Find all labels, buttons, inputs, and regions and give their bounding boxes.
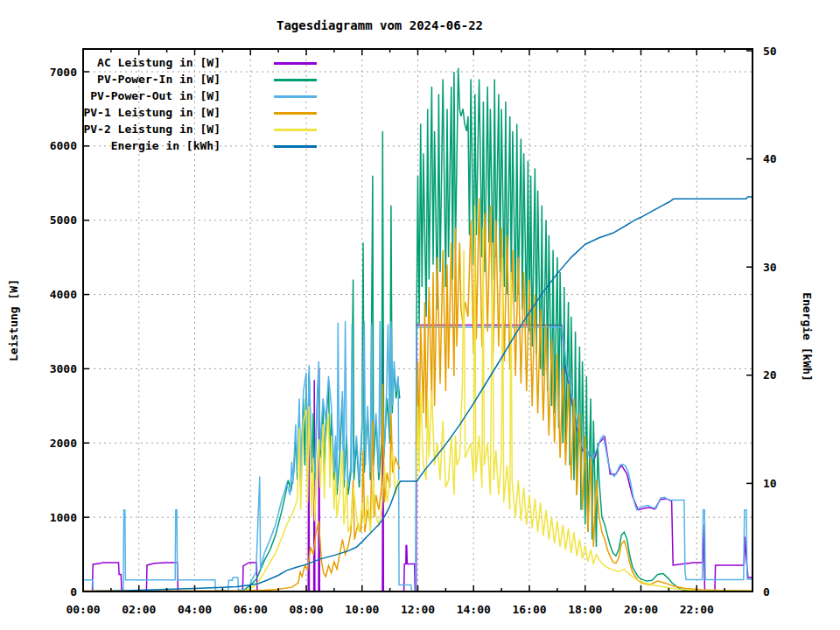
y2-tick-label: 30 (763, 261, 777, 274)
y1-tick-label: 0 (70, 585, 77, 598)
y2-tick-label: 0 (763, 585, 770, 598)
legend: AC Leistung in [W] PV-Power-In in [W] PV… (0, 0, 368, 175)
x-tick-label: 20:00 (624, 603, 658, 616)
x-tick-label: 02:00 (122, 603, 156, 616)
y2-tick-label: 50 (763, 45, 777, 58)
x-tick-label: 14:00 (457, 603, 491, 616)
legend-line-sample (274, 95, 317, 98)
legend-line-sample (274, 129, 317, 131)
y-axis-right-label: Energie [kWh] (801, 292, 814, 382)
x-tick-label: 04:00 (178, 603, 212, 616)
y1-tick-label: 2000 (50, 437, 77, 450)
y1-tick-label: 1000 (50, 511, 77, 524)
y1-tick-label: 5000 (50, 214, 77, 227)
x-tick-label: 16:00 (512, 603, 546, 616)
y1-tick-label: 4000 (50, 288, 77, 301)
legend-label: Energie in [kWh] (0, 138, 220, 154)
x-tick-label: 12:00 (401, 603, 435, 616)
legend-line-sample (274, 79, 317, 81)
legend-label: PV-Power-In in [W] (0, 72, 220, 88)
x-tick-label: 06:00 (234, 603, 268, 616)
legend-item-pv-power-in: PV-Power-In in [W] (0, 72, 368, 88)
legend-line-sample (274, 112, 317, 115)
legend-item-energie: Energie in [kWh] (0, 138, 368, 154)
legend-item-pv-power-out: PV-Power-Out in [W] (0, 88, 368, 104)
series-pv-1-leistung-in-w- (83, 198, 752, 591)
legend-label: PV-Power-Out in [W] (0, 88, 220, 104)
legend-line-sample (274, 62, 317, 65)
x-tick-label: 10:00 (345, 603, 379, 616)
legend-line-sample (274, 145, 317, 148)
legend-label: PV-2 Leistung in [W] (0, 122, 220, 137)
x-tick-label: 18:00 (568, 603, 602, 616)
daily-pv-chart: 00:0002:0004:0006:0008:0010:0012:0014:00… (0, 0, 840, 630)
legend-item-ac-leistung: AC Leistung in [W] (0, 55, 368, 71)
y2-tick-label: 20 (763, 368, 777, 382)
y2-tick-label: 10 (763, 477, 777, 490)
y2-tick-label: 40 (763, 152, 777, 165)
y-axis-left-label: Leistung [W] (7, 279, 20, 361)
legend-label: AC Leistung in [W] (0, 55, 220, 71)
x-tick-label: 08:00 (289, 603, 323, 616)
legend-item-pv1-leistung: PV-1 Leistung in [W] (0, 105, 368, 121)
y1-tick-label: 3000 (50, 362, 77, 375)
legend-label: PV-1 Leistung in [W] (0, 105, 220, 121)
x-tick-label: 00:00 (66, 603, 100, 616)
x-tick-label: 22:00 (680, 603, 714, 616)
legend-item-pv2-leistung: PV-2 Leistung in [W] (0, 122, 368, 137)
